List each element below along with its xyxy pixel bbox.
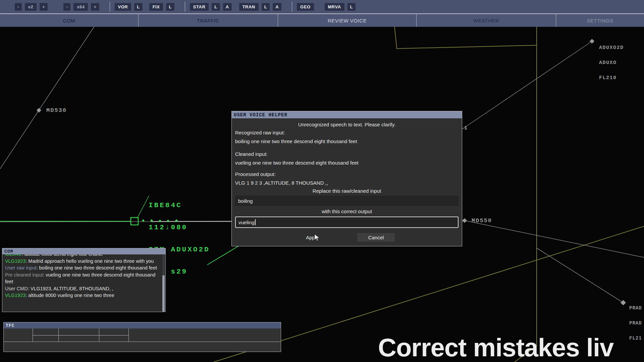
replace-instruction-label: Replace this raw/cleaned input bbox=[235, 187, 459, 195]
waypoint-prad-line2: PRAD bbox=[629, 321, 644, 326]
waypoint-diamond-aduxo[interactable] bbox=[590, 39, 594, 44]
cleaned-input-value: vueling one nine two three descend eight… bbox=[235, 159, 459, 167]
geo-button[interactable]: GEO bbox=[297, 3, 314, 11]
com-msg-text: : VLG1923, ALTITUDE, 8THOUSAND, , bbox=[28, 286, 113, 291]
airway-line-prad bbox=[537, 248, 623, 303]
tab-weather[interactable]: WEATHER bbox=[417, 14, 556, 27]
top-bar: - v2 + - x64 + VOR L FIX L STAR L A TRAN bbox=[0, 0, 644, 26]
tfc-panel: TFC bbox=[3, 322, 281, 352]
waypoint-diamond-prad[interactable] bbox=[621, 300, 626, 305]
waypoint-prad-line3: FL21 bbox=[629, 336, 644, 341]
com-msg-text: : altitude 8000 vueling one nine two thr… bbox=[25, 293, 114, 298]
star-a-toggle[interactable]: A bbox=[223, 3, 232, 11]
vor-button[interactable]: VOR bbox=[115, 3, 131, 11]
tran-label-toggle[interactable]: L bbox=[262, 3, 270, 11]
tfc-grid-line bbox=[4, 342, 281, 342]
zoom-version-group: - v2 + bbox=[15, 3, 51, 11]
speed-minus-button[interactable]: - bbox=[63, 3, 70, 11]
tab-traffic[interactable]: TRAFFIC bbox=[139, 14, 278, 27]
tfc-grid-line bbox=[33, 335, 129, 336]
vor-label-toggle[interactable]: L bbox=[134, 3, 142, 11]
tran-button[interactable]: TRAN bbox=[239, 3, 259, 11]
correct-output-field[interactable]: vueling bbox=[235, 217, 459, 228]
toolbar-separator bbox=[110, 2, 110, 12]
tab-review-voice[interactable]: REVIEW VOICE bbox=[278, 14, 417, 27]
waypoint-label-md550[interactable]: MD550 bbox=[472, 218, 492, 224]
com-message: IBE84C: altitude 8000 iberia eight four … bbox=[5, 254, 158, 258]
raw-input-label: Recognized raw input: bbox=[235, 128, 459, 137]
replace-input-field[interactable]: boiling bbox=[235, 196, 459, 206]
sector-boundary-vertical bbox=[515, 21, 537, 362]
dialog-message: Unrecognized speech to text. Please clar… bbox=[235, 121, 459, 128]
apply-button[interactable]: Apply bbox=[299, 233, 326, 242]
vor-fix-group: VOR L FIX L bbox=[115, 3, 177, 11]
waypoint-prad-line1: PRAD bbox=[629, 306, 644, 311]
com-panel-title[interactable]: COM bbox=[2, 248, 165, 254]
main-tab-bar: COM TRAFFIC REVIEW VOICE WEATHER SETTING… bbox=[0, 13, 644, 27]
mrva-label-toggle[interactable]: L bbox=[347, 3, 356, 11]
version-minus-button[interactable]: - bbox=[15, 3, 22, 11]
com-msg-text: : altitude 8000 iberia eight four charli… bbox=[22, 254, 103, 257]
fix-button[interactable]: FIX bbox=[149, 3, 163, 11]
user-voice-helper-dialog: USER VOICE HELPER Unrecognized speech to… bbox=[231, 111, 462, 246]
star-tran-group: STAR L A TRAN L A bbox=[190, 3, 284, 11]
com-message: User CMD: VLG1923, ALTITUDE, 8THOUSAND, … bbox=[5, 285, 158, 292]
com-scrollbar-thumb[interactable] bbox=[162, 275, 165, 312]
waypoint-label-aduxo[interactable]: ADUXO2D ADUXO FL210 bbox=[599, 35, 624, 90]
dialog-title-bar[interactable]: USER VOICE HELPER bbox=[232, 111, 462, 118]
watermark-caption: Correct mistakes liv bbox=[378, 333, 613, 362]
aircraft-target-symbol[interactable] bbox=[131, 218, 138, 225]
tran-a-toggle[interactable]: A bbox=[273, 3, 281, 11]
com-panel: COM IBE84C: altitude 8000 iberia eight f… bbox=[2, 248, 166, 312]
tab-settings[interactable]: SETTINGS bbox=[556, 14, 644, 27]
sector-boundary-top bbox=[394, 26, 537, 49]
with-instruction-label: with this correct output bbox=[235, 208, 459, 215]
waypoint-label-md530[interactable]: MD530 bbox=[46, 107, 67, 114]
com-msg-text: : boiling one nine two three descend eig… bbox=[36, 265, 157, 270]
com-message: VLG1923: altitude 8000 vueling one nine … bbox=[5, 292, 158, 299]
star-label-toggle[interactable]: L bbox=[212, 3, 220, 11]
com-msg-prefix: User raw input bbox=[5, 265, 36, 270]
mrva-button[interactable]: MRVA bbox=[325, 3, 344, 11]
airway-line-md530 bbox=[0, 25, 95, 169]
correct-output-text: vueling bbox=[238, 220, 255, 225]
version-plus-button[interactable]: + bbox=[40, 3, 48, 11]
aircraft-altitude-line: 112↓080 bbox=[149, 224, 210, 231]
map-toolbar: - v2 + - x64 + VOR L FIX L STAR L A TRAN bbox=[0, 0, 644, 13]
com-msg-text: : Madrid approach hello vueling one nine… bbox=[25, 258, 154, 264]
fix-label-toggle[interactable]: L bbox=[166, 3, 174, 11]
cleaned-input-label: Cleaned input: bbox=[235, 150, 459, 159]
star-button[interactable]: STAR bbox=[190, 3, 209, 11]
tab-com[interactable]: COM bbox=[0, 14, 139, 27]
speed-label-button[interactable]: x64 bbox=[73, 3, 88, 11]
waypoint-aduxo-line1: ADUXO2D bbox=[599, 45, 624, 50]
replace-input-text: boiling bbox=[238, 198, 253, 204]
com-message: VLG1923: Madrid approach hello vueling o… bbox=[5, 258, 158, 265]
speed-group: - x64 + bbox=[63, 3, 102, 11]
com-message-log[interactable]: IBE84C: altitude 8000 iberia eight four … bbox=[2, 254, 165, 312]
tfc-panel-title[interactable]: TFC bbox=[4, 322, 281, 328]
com-msg-prefix: IBE84C bbox=[5, 254, 22, 257]
aircraft-leader-line bbox=[137, 196, 149, 218]
airway-line-aduxo bbox=[462, 41, 592, 129]
route-segment-green bbox=[207, 245, 241, 265]
com-msg-prefix: Pre cleaned input bbox=[5, 272, 43, 278]
waypoint-aduxo-line2: ADUXO bbox=[599, 60, 624, 65]
radar-screen: MD530 ADUXO2D ADUXO FL210 MD550 PRAD PRA… bbox=[0, 0, 644, 362]
airway-line-md550 bbox=[465, 221, 644, 257]
text-caret bbox=[255, 219, 256, 225]
com-msg-prefix: VLG1923 bbox=[5, 293, 25, 298]
waypoint-diamond-md530[interactable] bbox=[37, 108, 41, 113]
tfc-table[interactable] bbox=[4, 328, 281, 352]
toolbar-separator bbox=[292, 2, 292, 12]
com-msg-prefix: User CMD bbox=[5, 286, 28, 291]
waypoint-label-prad[interactable]: PRAD PRAD FL21 bbox=[629, 296, 644, 351]
toolbar-separator bbox=[185, 2, 185, 12]
aircraft-callsign: IBE84C bbox=[149, 202, 210, 209]
waypoint-label-partial[interactable]: 1 bbox=[464, 125, 467, 131]
waypoint-diamond-md550[interactable] bbox=[462, 218, 467, 223]
version-label-button[interactable]: v2 bbox=[25, 3, 37, 11]
raw-input-value: boiling one nine two three descend eight… bbox=[235, 137, 459, 146]
cancel-button[interactable]: Cancel bbox=[357, 233, 395, 242]
speed-plus-button[interactable]: + bbox=[91, 3, 99, 11]
